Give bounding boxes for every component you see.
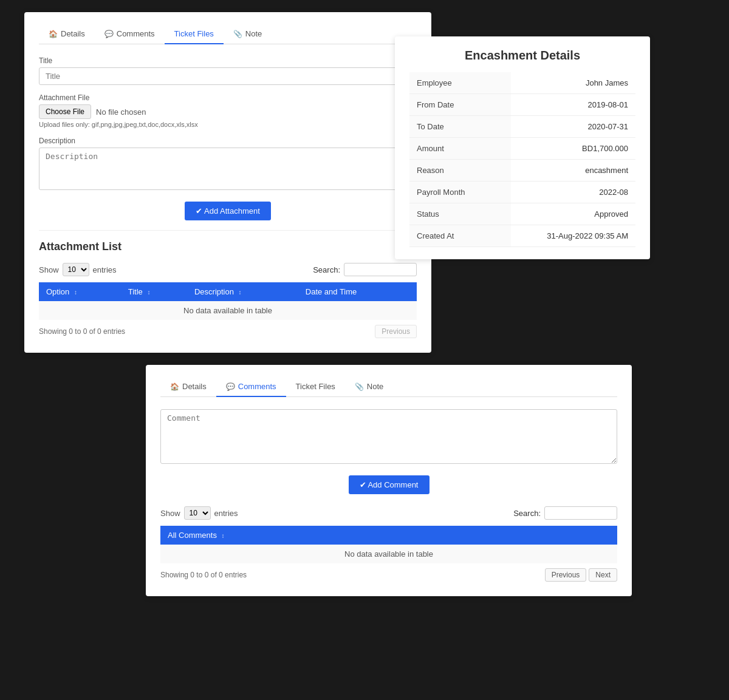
detail-row: From Date 2019-08-01 xyxy=(409,94,635,116)
previous-button[interactable]: Previous xyxy=(375,325,417,338)
detail-value: John James xyxy=(511,72,635,94)
no-data-text: No data available in table xyxy=(39,301,417,320)
bottom-entries-select[interactable]: 10 25 50 xyxy=(184,506,211,520)
col-description[interactable]: Description ↕ xyxy=(187,282,298,301)
show-label: Show xyxy=(39,265,59,274)
bottom-card: 🏠 Details 💬 Comments Ticket Files 📎 Note… xyxy=(146,365,632,596)
bottom-showing-text: Showing 0 to 0 of 0 entries xyxy=(160,571,247,579)
description-label: Description xyxy=(39,137,417,145)
detail-row: Payroll Month 2022-08 xyxy=(409,182,635,203)
entries-select[interactable]: 10 25 50 xyxy=(63,263,89,276)
detail-value: 31-Aug-2022 09:35 AM xyxy=(511,225,635,247)
col-all-comments[interactable]: All Comments ↕ xyxy=(160,526,617,545)
top-tabs: 🏠 Details 💬 Comments Ticket Files 📎 Note xyxy=(39,24,417,44)
sort-icon-comments: ↕ xyxy=(222,532,225,539)
tab-details[interactable]: 🏠 Details xyxy=(39,24,95,44)
bottom-tab-comments[interactable]: 💬 Comments xyxy=(216,377,286,397)
description-group: Description xyxy=(39,137,417,192)
title-label: Title xyxy=(39,56,417,65)
bottom-next-button[interactable]: Next xyxy=(589,568,617,582)
col-title[interactable]: Title ↕ xyxy=(121,282,187,301)
detail-label: From Date xyxy=(409,94,511,116)
title-input[interactable] xyxy=(39,67,417,85)
attachment-table: Option ↕ Title ↕ Description ↕ xyxy=(39,282,417,320)
sort-icon-title: ↕ xyxy=(147,289,150,296)
detail-label: Employee xyxy=(409,72,511,94)
bottom-search-input[interactable] xyxy=(544,506,617,520)
bottom-tab-note[interactable]: 📎 Note xyxy=(345,377,393,397)
bottom-search-label: Search: xyxy=(513,509,541,518)
detail-value: encashment xyxy=(511,160,635,182)
sort-icon-desc: ↕ xyxy=(239,289,242,296)
bottom-show-label: Show xyxy=(160,509,180,518)
attachment-file-label: Attachment File xyxy=(39,93,417,102)
detail-row: Status Approved xyxy=(409,203,635,225)
encashment-details-panel: Encashment Details Employee John James F… xyxy=(395,36,650,259)
comments-table: All Comments ↕ No data available in tabl… xyxy=(160,526,617,563)
no-file-chosen-text: No file chosen xyxy=(96,107,146,117)
choose-file-button[interactable]: Choose File xyxy=(39,104,91,119)
detail-label: Reason xyxy=(409,160,511,182)
description-textarea[interactable] xyxy=(39,148,417,190)
table-controls: Show 10 25 50 entries Search: xyxy=(39,263,417,276)
comment-textarea[interactable] xyxy=(160,409,617,464)
detail-row: Created At 31-Aug-2022 09:35 AM xyxy=(409,225,635,247)
note-icon: 📎 xyxy=(233,30,242,38)
attachment-list-section: Attachment List Show 10 25 50 entries Se… xyxy=(39,240,417,338)
detail-value: 2020-07-31 xyxy=(511,116,635,138)
bottom-no-data-text: No data available in table xyxy=(160,545,617,563)
showing-text: Showing 0 to 0 of 0 entries xyxy=(39,327,125,336)
bottom-tab-ticket-files[interactable]: Ticket Files xyxy=(286,377,345,397)
detail-row: Amount BD1,700.000 xyxy=(409,138,635,160)
search-label: Search: xyxy=(313,265,340,274)
comments-icon-2: 💬 xyxy=(226,382,235,391)
detail-row: Reason encashment xyxy=(409,160,635,182)
detail-value: 2019-08-01 xyxy=(511,94,635,116)
home-icon-2: 🏠 xyxy=(170,382,179,391)
detail-value: BD1,700.000 xyxy=(511,138,635,160)
comments-icon: 💬 xyxy=(104,30,114,38)
upload-hint: Upload files only: gif,png,jpg,jpeg,txt,… xyxy=(39,121,417,128)
detail-label: Created At xyxy=(409,225,511,247)
note-icon-2: 📎 xyxy=(355,382,364,391)
bottom-table-footer: Showing 0 to 0 of 0 entries Previous Nex… xyxy=(160,568,617,582)
bottom-entries-label: entries xyxy=(214,509,238,518)
home-icon: 🏠 xyxy=(49,30,58,38)
detail-label: Status xyxy=(409,203,511,225)
attachment-file-group: Attachment File Choose File No file chos… xyxy=(39,93,417,128)
attachment-list-title: Attachment List xyxy=(39,240,417,253)
detail-row: To Date 2020-07-31 xyxy=(409,116,635,138)
bottom-table-controls: Show 10 25 50 entries Search: xyxy=(160,506,617,520)
detail-value: Approved xyxy=(511,203,635,225)
title-group: Title xyxy=(39,56,417,85)
search-input[interactable] xyxy=(344,263,417,276)
add-attachment-button[interactable]: ✔ Add Attachment xyxy=(185,202,271,220)
table-footer: Showing 0 to 0 of 0 entries Previous xyxy=(39,325,417,338)
detail-table: Employee John James From Date 2019-08-01… xyxy=(409,72,635,247)
sort-icon-option: ↕ xyxy=(74,289,77,296)
tab-note[interactable]: 📎 Note xyxy=(224,24,272,44)
detail-label: To Date xyxy=(409,116,511,138)
bottom-previous-button[interactable]: Previous xyxy=(545,568,587,582)
col-datetime: Date and Time xyxy=(298,282,417,301)
tab-comments[interactable]: 💬 Comments xyxy=(95,24,165,44)
detail-label: Payroll Month xyxy=(409,182,511,203)
entries-label: entries xyxy=(93,265,117,274)
bottom-tabs: 🏠 Details 💬 Comments Ticket Files 📎 Note xyxy=(160,377,617,397)
bottom-tab-details[interactable]: 🏠 Details xyxy=(160,377,216,397)
comment-group xyxy=(160,409,617,466)
encashment-title: Encashment Details xyxy=(409,49,635,63)
add-comment-button[interactable]: ✔ Add Comment xyxy=(349,475,430,494)
col-option[interactable]: Option ↕ xyxy=(39,282,121,301)
detail-value: 2022-08 xyxy=(511,182,635,203)
detail-label: Amount xyxy=(409,138,511,160)
detail-row: Employee John James xyxy=(409,72,635,94)
tab-ticket-files[interactable]: Ticket Files xyxy=(165,24,224,44)
